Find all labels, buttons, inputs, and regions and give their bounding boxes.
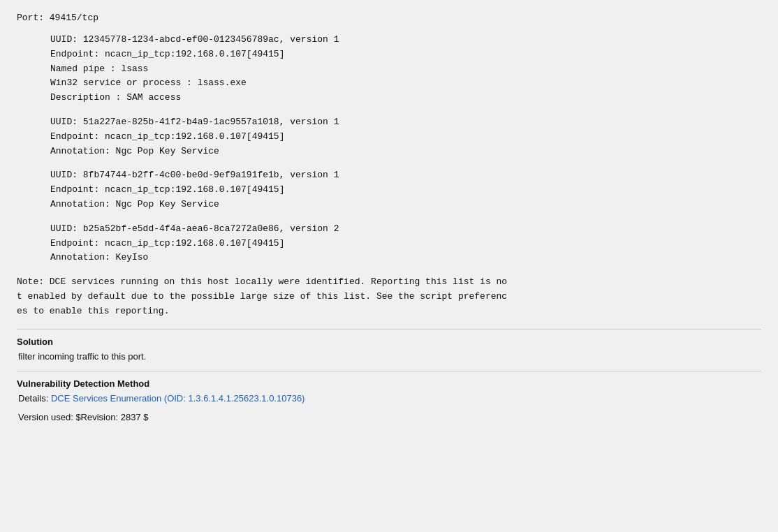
solution-section: Solution filter incoming traffic to this…: [17, 330, 761, 371]
sections-area: Solution filter incoming traffic to this…: [17, 329, 761, 371]
uuid-3-uuid: UUID: 8fb74744-b2ff-4c00-be0d-9ef9a191fe…: [50, 168, 761, 183]
uuid-1-win32: Win32 service or process : lsass.exe: [50, 76, 761, 91]
uuid-1-description: Description : SAM access: [50, 91, 761, 105]
uuid-block-2: UUID: 51a227ae-825b-41f2-b4a9-1ac9557a10…: [50, 115, 761, 158]
vuln-detail-line: Details: DCE Services Enumeration (OID: …: [18, 392, 761, 406]
uuid-4-endpoint: Endpoint: ncacn_ip_tcp:192.168.0.107[494…: [50, 237, 761, 251]
uuid-block-1: UUID: 12345778-1234-abcd-ef00-0123456789…: [50, 33, 761, 105]
uuid-1-endpoint: Endpoint: ncacn_ip_tcp:192.168.0.107[494…: [50, 47, 761, 62]
version-line: Version used: $Revision: 2837 $: [18, 411, 761, 425]
solution-title: Solution: [17, 337, 761, 347]
port-line: Port: 49415/tcp: [17, 13, 761, 23]
uuid-3-annotation: Annotation: Ngc Pop Key Service: [50, 198, 761, 212]
uuid-2-endpoint: Endpoint: ncacn_ip_tcp:192.168.0.107[494…: [50, 130, 761, 145]
uuid-2-uuid: UUID: 51a227ae-825b-41f2-b4a9-1ac9557a10…: [50, 115, 761, 130]
uuid-block-3: UUID: 8fb74744-b2ff-4c00-be0d-9ef9a191fe…: [50, 168, 761, 212]
uuid-4-uuid: UUID: b25a52bf-e5dd-4f4a-aea6-8ca7272a0e…: [50, 222, 761, 237]
uuid-3-endpoint: Endpoint: ncacn_ip_tcp:192.168.0.107[494…: [50, 183, 761, 198]
details-prefix: Details:: [18, 393, 51, 404]
vuln-detection-section: Vulnerability Detection Method Details: …: [17, 371, 761, 425]
solution-content: filter incoming traffic to this port.: [18, 350, 761, 364]
vuln-detection-link[interactable]: DCE Services Enumeration (OID: 1.3.6.1.4…: [51, 393, 304, 404]
uuid-1-uuid: UUID: 12345778-1234-abcd-ef00-0123456789…: [50, 33, 761, 47]
main-container: Port: 49415/tcp UUID: 12345778-1234-abcd…: [0, 0, 778, 532]
uuid-4-annotation: Annotation: KeyIso: [50, 251, 761, 265]
note-section: Note: DCE services running on this host …: [17, 275, 761, 318]
uuid-2-annotation: Annotation: Ngc Pop Key Service: [50, 145, 761, 159]
vuln-detection-title: Vulnerability Detection Method: [17, 378, 761, 389]
uuid-block-4: UUID: b25a52bf-e5dd-4f4a-aea6-8ca7272a0e…: [50, 222, 761, 265]
uuid-1-named-pipe: Named pipe : lsass: [50, 62, 761, 77]
